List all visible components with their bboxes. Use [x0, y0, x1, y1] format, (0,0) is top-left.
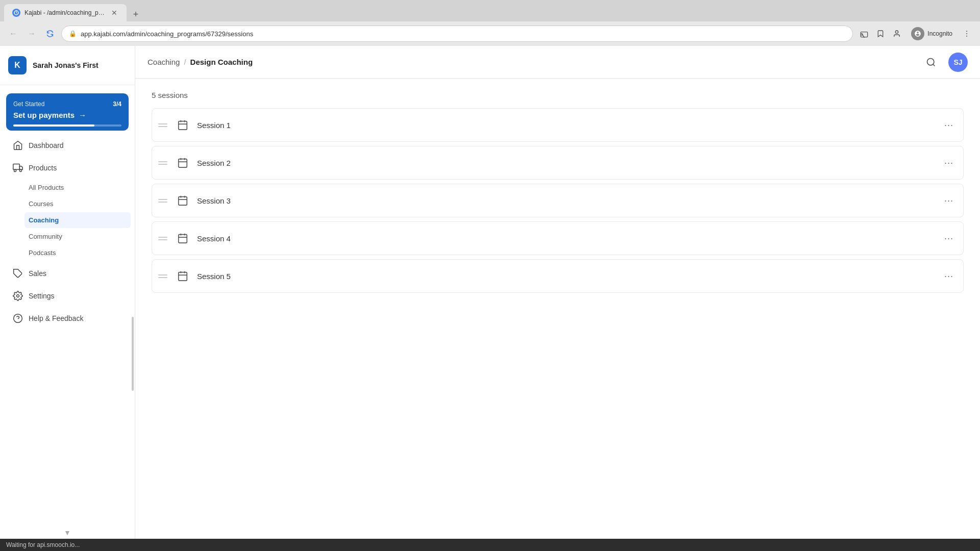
- cast-button[interactable]: [857, 27, 871, 41]
- get-started-cta-text: Set up payments: [13, 111, 75, 119]
- drag-handle-5[interactable]: [158, 274, 167, 278]
- session-menu-3[interactable]: ···: [941, 192, 957, 209]
- sidebar-item-help-label: Help & Feedback: [29, 314, 83, 322]
- session-menu-5[interactable]: ···: [941, 268, 957, 284]
- sidebar-header: K Sarah Jonas's First: [0, 46, 135, 85]
- session-calendar-icon-2: [175, 155, 191, 171]
- svg-point-8: [19, 169, 21, 171]
- get-started-cta: Set up payments →: [13, 111, 121, 119]
- browser-chrome: Kajabi - /admin/coaching_progra... ✕ + ←…: [0, 0, 980, 46]
- address-bar[interactable]: 🔒 app.kajabi.com/admin/coaching_programs…: [61, 26, 853, 42]
- get-started-top: Get Started 3/4: [13, 101, 121, 108]
- sidebar-item-products[interactable]: Products: [4, 157, 131, 179]
- drag-handle-4[interactable]: [158, 237, 167, 240]
- user-initials: SJ: [953, 58, 962, 66]
- lock-icon: 🔒: [69, 30, 77, 37]
- drag-handle-2[interactable]: [158, 161, 167, 165]
- get-started-count: 3/4: [113, 101, 121, 108]
- scrollbar-indicator: [132, 317, 134, 391]
- get-started-banner[interactable]: Get Started 3/4 Set up payments →: [6, 93, 129, 131]
- menu-button[interactable]: [960, 27, 974, 41]
- content-area: 5 sessions Se: [135, 79, 980, 539]
- active-tab[interactable]: Kajabi - /admin/coaching_progra... ✕: [4, 4, 127, 21]
- products-subnav: All Products Courses Coaching Community …: [24, 180, 135, 261]
- user-avatar[interactable]: SJ: [948, 53, 968, 72]
- svg-point-7: [14, 169, 16, 171]
- status-bar: Waiting for api.smooch.io...: [0, 539, 980, 551]
- logo-letter: K: [14, 61, 20, 70]
- drag-handle-3[interactable]: [158, 199, 167, 203]
- sidebar-item-coaching[interactable]: Coaching: [24, 212, 131, 228]
- profile-button[interactable]: [890, 27, 904, 41]
- sidebar-item-community[interactable]: Community: [24, 229, 131, 244]
- session-item-3[interactable]: Session 3 ···: [152, 184, 964, 217]
- sidebar-item-all-products[interactable]: All Products: [24, 180, 131, 195]
- scroll-down-indicator: ▼: [0, 527, 135, 539]
- session-item-4[interactable]: Session 4 ···: [152, 221, 964, 255]
- sidebar-scroll: Get Started 3/4 Set up payments →: [0, 85, 135, 527]
- tab-close-button[interactable]: ✕: [110, 9, 118, 17]
- sidebar-item-settings-label: Settings: [29, 292, 55, 300]
- session-name-5: Session 5: [197, 272, 941, 281]
- tab-title: Kajabi - /admin/coaching_progra...: [24, 9, 106, 16]
- svg-line-14: [933, 64, 935, 66]
- drag-handle-1[interactable]: [158, 123, 167, 127]
- toolbar-actions: Incognito: [857, 25, 974, 42]
- url-text: app.kajabi.com/admin/coaching_programs/6…: [81, 30, 253, 38]
- svg-point-10: [17, 295, 19, 297]
- coaching-label: Coaching: [29, 216, 59, 224]
- sidebar-item-courses[interactable]: Courses: [24, 196, 131, 212]
- new-tab-button[interactable]: +: [129, 7, 143, 21]
- incognito-label: Incognito: [927, 30, 952, 37]
- session-calendar-icon-3: [175, 192, 191, 209]
- svg-rect-27: [179, 235, 187, 243]
- bookmark-button[interactable]: [873, 27, 888, 41]
- tab-favicon: [12, 9, 20, 17]
- session-menu-1[interactable]: ···: [941, 117, 957, 133]
- incognito-menu[interactable]: Incognito: [906, 25, 958, 42]
- sessions-list: Session 1 ···: [135, 108, 980, 293]
- app-logo[interactable]: K: [8, 56, 27, 74]
- sidebar-item-sales[interactable]: Sales: [4, 263, 131, 284]
- session-menu-2[interactable]: ···: [941, 155, 957, 171]
- svg-rect-19: [179, 159, 187, 168]
- progress-bar-track: [13, 124, 121, 127]
- community-label: Community: [29, 233, 62, 240]
- session-menu-4[interactable]: ···: [941, 230, 957, 246]
- session-item-2[interactable]: Session 2 ···: [152, 146, 964, 180]
- products-icon: [12, 162, 23, 173]
- get-started-arrow: →: [79, 111, 86, 119]
- sessions-count: 5 sessions: [152, 91, 188, 99]
- breadcrumb-current: Design Coaching: [190, 58, 253, 66]
- sidebar-item-podcasts[interactable]: Podcasts: [24, 245, 131, 261]
- svg-point-2: [896, 31, 898, 33]
- sidebar-item-sales-label: Sales: [29, 269, 46, 278]
- sidebar: K Sarah Jonas's First Get Started 3/4 Se…: [0, 46, 135, 539]
- sidebar-item-dashboard-label: Dashboard: [29, 141, 64, 149]
- app-container: K Sarah Jonas's First Get Started 3/4 Se…: [0, 46, 980, 539]
- session-item-5[interactable]: Session 5 ···: [152, 259, 964, 293]
- sidebar-item-products-label: Products: [29, 164, 57, 172]
- session-name-2: Session 2: [197, 159, 941, 167]
- breadcrumb-parent[interactable]: Coaching: [148, 58, 180, 66]
- back-button[interactable]: ←: [6, 27, 20, 41]
- session-item-1[interactable]: Session 1 ···: [152, 108, 964, 142]
- reload-button[interactable]: [43, 27, 57, 41]
- topbar-actions: SJ: [922, 53, 968, 72]
- search-button[interactable]: [922, 53, 940, 71]
- browser-tab-bar: Kajabi - /admin/coaching_progra... ✕ +: [0, 0, 980, 21]
- svg-rect-6: [13, 164, 19, 170]
- session-calendar-icon-5: [175, 268, 191, 284]
- browser-toolbar: ← → 🔒 app.kajabi.com/admin/coaching_prog…: [0, 21, 980, 46]
- sidebar-item-dashboard[interactable]: Dashboard: [4, 135, 131, 156]
- main-area: Coaching / Design Coaching SJ 5 sessio: [135, 46, 980, 539]
- sidebar-item-settings[interactable]: Settings: [4, 285, 131, 307]
- breadcrumb: Coaching / Design Coaching: [148, 58, 253, 66]
- sidebar-item-help[interactable]: Help & Feedback: [4, 308, 131, 329]
- forward-button[interactable]: →: [24, 27, 39, 41]
- svg-rect-1: [861, 32, 868, 37]
- session-calendar-icon-4: [175, 230, 191, 246]
- svg-point-4: [966, 33, 967, 34]
- sales-icon: [12, 268, 23, 279]
- svg-point-11: [14, 314, 22, 323]
